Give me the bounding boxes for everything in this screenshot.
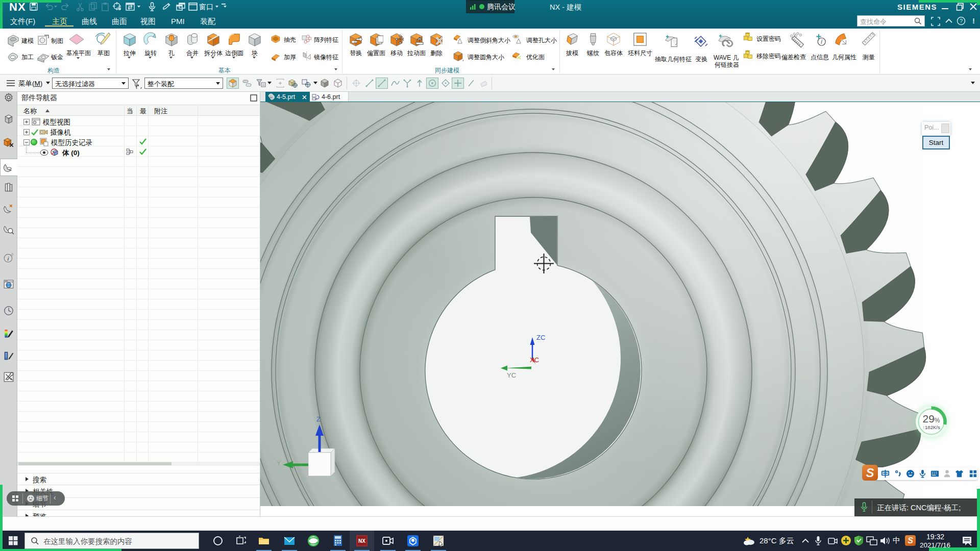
svg-text:NX: NX xyxy=(358,538,365,544)
svg-text:ZC: ZC xyxy=(536,334,545,341)
svg-text:?: ? xyxy=(960,18,963,24)
svg-text:i: i xyxy=(821,38,822,45)
svg-text:YC: YC xyxy=(507,371,516,379)
svg-text:XC: XC xyxy=(530,356,539,364)
svg-text:Z: Z xyxy=(316,415,321,423)
svg-text:Y: Y xyxy=(277,460,281,467)
